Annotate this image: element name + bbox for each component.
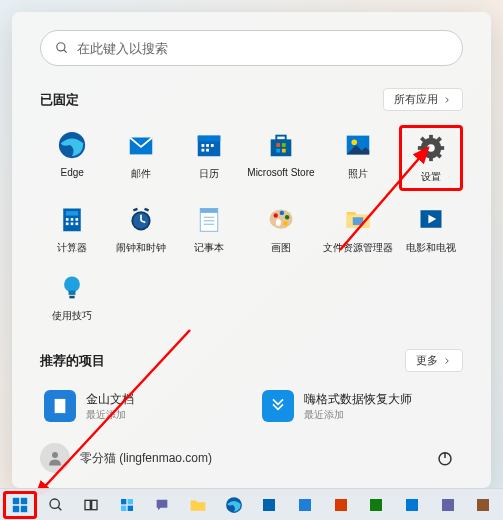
widgets-icon	[119, 497, 135, 513]
svg-rect-5	[198, 136, 221, 142]
svg-line-1	[64, 50, 67, 53]
square-icon	[333, 497, 349, 513]
svg-rect-45	[200, 209, 218, 213]
doc-icon	[50, 396, 70, 416]
app-label: 画图	[271, 241, 291, 255]
app-edge[interactable]: Edge	[40, 125, 104, 191]
rec-title: 嗨格式数据恢复大师	[304, 391, 412, 408]
taskbar-taskview[interactable]	[74, 491, 108, 519]
more-button[interactable]: 更多	[405, 349, 463, 372]
calendar-icon	[194, 130, 224, 160]
folder-icon	[344, 205, 372, 233]
svg-rect-23	[429, 156, 433, 162]
svg-point-51	[280, 211, 284, 215]
svg-point-74	[50, 499, 59, 508]
recovery-icon	[268, 396, 288, 416]
svg-rect-61	[70, 296, 75, 299]
app-settings[interactable]: 设置	[399, 125, 463, 191]
svg-rect-10	[206, 149, 209, 152]
svg-rect-87	[406, 499, 418, 511]
svg-rect-16	[282, 149, 286, 153]
svg-rect-37	[76, 223, 79, 226]
svg-point-21	[427, 144, 435, 152]
taskbar-widgets[interactable]	[110, 491, 144, 519]
app-label: 设置	[421, 170, 441, 184]
svg-point-0	[57, 43, 65, 51]
taskview-icon	[83, 497, 99, 513]
app-explorer[interactable]: 文件资源管理器	[321, 199, 395, 259]
taskbar-search[interactable]	[39, 491, 73, 519]
start-menu: 已固定 所有应用 Edge 邮件 日历 Microsoft Store 照片	[12, 12, 491, 488]
clock-icon	[127, 205, 155, 233]
svg-rect-35	[66, 223, 69, 226]
square-icon	[475, 497, 491, 513]
taskbar-explorer[interactable]	[181, 491, 215, 519]
square-icon	[440, 497, 456, 513]
svg-point-52	[285, 215, 289, 219]
square-icon	[368, 497, 384, 513]
all-apps-label: 所有应用	[394, 92, 438, 107]
taskbar-app[interactable]	[288, 491, 322, 519]
recommended-item[interactable]: 金山文档 最近添加	[40, 386, 246, 426]
taskbar-app[interactable]	[395, 491, 429, 519]
svg-rect-83	[263, 499, 275, 511]
chevron-right-icon	[442, 95, 452, 105]
taskbar-app[interactable]	[466, 491, 500, 519]
svg-rect-80	[121, 505, 126, 510]
app-paint[interactable]: 画图	[245, 199, 316, 259]
search-icon	[55, 41, 69, 55]
svg-rect-56	[352, 217, 363, 225]
taskbar-app[interactable]	[359, 491, 393, 519]
all-apps-button[interactable]: 所有应用	[383, 88, 463, 111]
svg-rect-15	[276, 149, 280, 153]
search-input[interactable]	[77, 41, 448, 56]
pinned-title: 已固定	[40, 91, 79, 109]
edge-icon	[57, 130, 87, 160]
svg-rect-76	[85, 500, 90, 509]
app-msstore[interactable]: Microsoft Store	[245, 125, 316, 191]
recommended-header: 推荐的项目 更多	[40, 349, 463, 372]
app-notepad[interactable]: 记事本	[177, 199, 241, 259]
svg-point-53	[283, 221, 287, 225]
app-calendar[interactable]: 日历	[177, 125, 241, 191]
app-mail[interactable]: 邮件	[108, 125, 172, 191]
taskbar	[0, 488, 503, 520]
user-display-name: 零分猫 (lingfenmao.com)	[80, 450, 212, 467]
svg-rect-86	[370, 499, 382, 511]
taskbar-chat[interactable]	[146, 491, 180, 519]
rec-subtitle: 最近添加	[304, 408, 412, 422]
more-label: 更多	[416, 353, 438, 368]
svg-rect-6	[202, 144, 205, 147]
svg-rect-60	[69, 291, 76, 295]
app-calculator[interactable]: 计算器	[40, 199, 104, 259]
app-photos[interactable]: 照片	[321, 125, 395, 191]
taskbar-edge[interactable]	[217, 491, 251, 519]
app-label: 文件资源管理器	[323, 241, 393, 255]
svg-rect-62	[54, 399, 66, 414]
svg-rect-13	[276, 143, 280, 147]
app-label: Microsoft Store	[247, 167, 314, 178]
chevron-right-icon	[442, 356, 452, 366]
taskbar-app[interactable]	[324, 491, 358, 519]
app-clock[interactable]: 闹钟和时钟	[108, 199, 172, 259]
search-bar[interactable]	[40, 30, 463, 66]
taskbar-start-button[interactable]	[3, 491, 37, 519]
svg-rect-84	[299, 499, 311, 511]
taskbar-app[interactable]	[253, 491, 287, 519]
recommended-title: 推荐的项目	[40, 352, 105, 370]
rec-subtitle: 最近添加	[86, 408, 134, 422]
power-button[interactable]	[427, 440, 463, 476]
taskbar-app[interactable]	[431, 491, 465, 519]
app-tips[interactable]: 使用技巧	[40, 267, 104, 327]
search-icon	[48, 497, 64, 513]
square-icon	[297, 497, 313, 513]
recommended-item[interactable]: 嗨格式数据恢复大师 最近添加	[258, 386, 464, 426]
svg-rect-34	[76, 218, 79, 221]
svg-rect-25	[438, 146, 444, 150]
svg-rect-8	[211, 144, 214, 147]
user-account[interactable]: 零分猫 (lingfenmao.com)	[40, 443, 212, 473]
app-movies[interactable]: 电影和电视	[399, 199, 463, 259]
svg-rect-33	[71, 218, 74, 221]
svg-rect-24	[418, 146, 424, 150]
svg-rect-11	[271, 139, 292, 156]
